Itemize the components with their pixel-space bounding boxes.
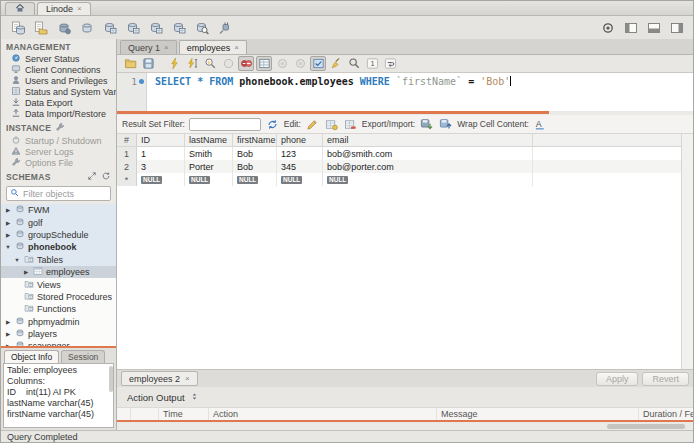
create-procedure-icon[interactable]	[124, 19, 141, 36]
nav-status-system-variables[interactable]: Status and System Variables	[1, 86, 116, 97]
tab-object-info[interactable]: Object Info	[4, 350, 59, 363]
wrap-cell-content-icon[interactable]: A	[533, 117, 548, 132]
node-views[interactable]: Views	[1, 278, 116, 290]
create-schema-icon[interactable]	[55, 19, 72, 36]
result-filter-input[interactable]	[189, 118, 261, 131]
table-row[interactable]: 11SmithBob123bob@smith.com	[117, 147, 693, 160]
toggle-right-sidebar-icon[interactable]	[668, 19, 685, 36]
result-tab-employees-2[interactable]: employees 2 ×	[121, 371, 198, 386]
save-script-icon[interactable]	[140, 56, 156, 71]
schema-players[interactable]: ▶players	[1, 328, 116, 340]
tree-expander-icon[interactable]: ▼	[13, 257, 21, 263]
toggle-stop-on-error-icon[interactable]	[238, 56, 254, 71]
grid-cell[interactable]: Smith	[185, 147, 233, 160]
stop-query-icon[interactable]	[220, 56, 236, 71]
invisible-characters-icon[interactable]: 1	[364, 56, 380, 71]
create-view-icon[interactable]	[101, 19, 118, 36]
grid-cell[interactable]: 1	[137, 147, 185, 160]
column-header-ID[interactable]: ID	[137, 134, 185, 146]
sql-editor[interactable]: 1 SELECT * FROM phonebook.employees WHER…	[117, 73, 693, 111]
wrap-text-icon[interactable]	[382, 56, 398, 71]
search-table-data-icon[interactable]	[193, 19, 210, 36]
grid-cell[interactable]: NULL	[185, 173, 233, 186]
nav-startup-shutdown[interactable]: Startup / Shutdown	[1, 135, 116, 146]
revert-button[interactable]: Revert	[642, 372, 689, 386]
grid-cell[interactable]: 123	[277, 147, 323, 160]
new-query-tab-icon[interactable]	[9, 19, 26, 36]
tree-expander-icon[interactable]: ▶	[4, 232, 12, 238]
edit-record-icon[interactable]	[305, 117, 320, 132]
rollback-icon[interactable]	[292, 56, 308, 71]
collapse-all-icon[interactable]	[87, 171, 97, 183]
grid-cell[interactable]: Bob	[233, 160, 277, 173]
horizontal-scrollbar[interactable]	[607, 424, 685, 429]
column-header-num[interactable]: #	[117, 134, 137, 146]
close-result-tab-icon[interactable]: ×	[185, 375, 190, 383]
home-tab[interactable]	[5, 2, 35, 15]
grid-cell[interactable]: 345	[277, 160, 323, 173]
create-table-icon[interactable]	[78, 19, 95, 36]
result-grid[interactable]: #IDlastNamefirstNamephoneemail 11SmithBo…	[117, 134, 693, 369]
node-functions[interactable]: Functions	[1, 303, 116, 315]
tree-expander-icon[interactable]: ▶	[4, 220, 12, 226]
editor-tab-employees[interactable]: employees×	[179, 40, 247, 54]
editor-tab-query-1[interactable]: Query 1×	[120, 40, 177, 54]
commit-icon[interactable]	[274, 56, 290, 71]
import-records-icon[interactable]	[438, 117, 453, 132]
grid-cell[interactable]: 1	[117, 147, 137, 160]
toggle-autocommit-icon[interactable]	[310, 56, 326, 71]
grid-cell[interactable]: Bob	[233, 147, 277, 160]
toggle-left-sidebar-icon[interactable]	[622, 19, 639, 36]
tree-expander-icon[interactable]: ▶	[4, 207, 12, 213]
apply-button[interactable]: Apply	[596, 372, 639, 386]
limit-rows-icon[interactable]	[256, 56, 272, 71]
column-header-phone[interactable]: phone	[277, 134, 323, 146]
editor-result-splitter[interactable]	[117, 111, 693, 115]
toggle-output-area-icon[interactable]	[645, 19, 662, 36]
create-function-icon[interactable]	[147, 19, 164, 36]
nav-server-status[interactable]: Server Status	[1, 53, 116, 64]
nav-server-logs[interactable]: Server Logs	[1, 146, 116, 157]
reconnect-dbms-icon[interactable]	[216, 19, 233, 36]
node-tables[interactable]: ▼Tables	[1, 254, 116, 266]
execute-current-statement-icon[interactable]	[184, 56, 200, 71]
column-header-lastName[interactable]: lastName	[185, 134, 233, 146]
nav-users-and-privileges[interactable]: Users and Privileges	[1, 75, 116, 86]
close-tab-icon[interactable]: ×	[234, 44, 239, 52]
open-file-icon[interactable]	[122, 56, 138, 71]
column-header-firstName[interactable]: firstName	[233, 134, 277, 146]
schema-fwm[interactable]: ▶FWM	[1, 204, 116, 216]
grid-cell[interactable]: NULL	[137, 173, 185, 186]
find-icon[interactable]	[346, 56, 362, 71]
tab-session[interactable]: Session	[61, 350, 105, 363]
nav-options-file[interactable]: Options File	[1, 157, 116, 168]
tree-expander-icon[interactable]: ▶	[4, 319, 12, 325]
tree-expander-icon[interactable]: ▼	[4, 244, 12, 250]
export-recordset-icon[interactable]	[419, 117, 434, 132]
column-header-email[interactable]: email	[323, 134, 533, 146]
nav-data-import-restore[interactable]: Data Import/Restore	[1, 108, 116, 119]
grid-cell[interactable]: NULL	[233, 173, 277, 186]
table-employees[interactable]: ▶employees	[1, 266, 116, 278]
nav-client-connections[interactable]: Client Connections	[1, 64, 116, 75]
tree-expander-icon[interactable]: ▶	[22, 269, 30, 275]
placeholder-row[interactable]: *NULLNULLNULLNULLNULL	[117, 173, 693, 186]
schema-filter-input[interactable]: Filter objects	[6, 186, 111, 201]
close-tab-icon[interactable]: ×	[164, 44, 169, 52]
close-tab-icon[interactable]: ×	[77, 5, 82, 13]
output-selector[interactable]: Action Output	[123, 390, 203, 405]
delete-row-icon[interactable]	[343, 117, 358, 132]
execute-statement-icon[interactable]	[166, 56, 182, 71]
nav-data-export[interactable]: Data Export	[1, 97, 116, 108]
open-sql-script-icon[interactable]	[32, 19, 49, 36]
schema-phpmyadmin[interactable]: ▶phpmyadmin	[1, 316, 116, 328]
insert-row-icon[interactable]	[324, 117, 339, 132]
grid-cell[interactable]: 3	[137, 160, 185, 173]
schema-phonebook[interactable]: ▼phonebook	[1, 241, 116, 253]
refresh-results-icon[interactable]	[265, 117, 280, 132]
connection-tab-linode[interactable]: Linode ×	[37, 2, 91, 15]
grid-cell[interactable]: bob@porter.com	[323, 160, 533, 173]
grid-cell[interactable]: NULL	[277, 173, 323, 186]
node-stored-procedures[interactable]: Stored Procedures	[1, 291, 116, 303]
grid-cell[interactable]: bob@smith.com	[323, 147, 533, 160]
